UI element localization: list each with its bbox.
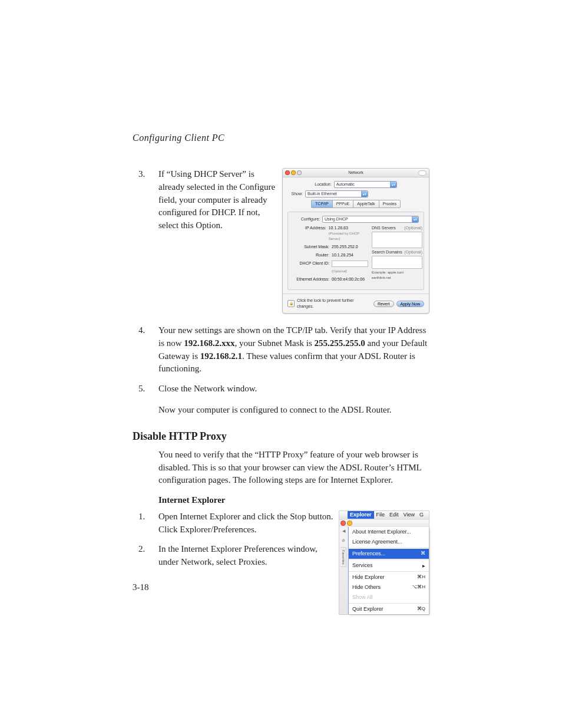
- menu-item-hide-explorer[interactable]: Hide Explorer ⌘H: [349, 572, 429, 582]
- chevron-updown-icon: ▴▾: [361, 191, 368, 197]
- menu-item-services[interactable]: Services: [349, 561, 429, 571]
- router-value: 10.1.28.254: [332, 252, 353, 258]
- explorer-menu-figure: Explorer File Edit View G ◀ ⊘: [339, 510, 429, 615]
- stop-icon[interactable]: ⊘: [342, 538, 345, 543]
- dns-servers-input[interactable]: [372, 232, 422, 248]
- tab-appletalk[interactable]: AppleTalk: [353, 200, 378, 208]
- step-number: 2.: [133, 543, 158, 569]
- step-list-a: 3. If “Using DHCP Server” is already sel…: [133, 168, 277, 232]
- subsection-heading: Internet Explorer: [158, 494, 429, 507]
- ethaddr-value: 00:50:e4:00:2c:06: [332, 276, 365, 282]
- chevron-right-icon: [422, 562, 425, 569]
- step-number: 1.: [133, 510, 158, 536]
- menu-file[interactable]: File: [374, 511, 388, 519]
- example-label: Example:: [372, 271, 386, 274]
- ip-value: 10.1.28.83: [329, 226, 348, 230]
- clientid-input[interactable]: [332, 261, 368, 267]
- ethaddr-label: Ethernet Address:: [293, 276, 329, 282]
- menu-item-license[interactable]: License Agreement...: [349, 537, 429, 547]
- clientid-label: DHCP Client ID:: [293, 261, 329, 266]
- menu-explorer[interactable]: Explorer: [348, 511, 374, 519]
- location-label: Location:: [315, 182, 331, 187]
- search-optional: (Optional): [404, 249, 422, 255]
- clientid-note: (Optional): [332, 269, 368, 274]
- chevron-updown-icon: ▴▾: [390, 182, 396, 187]
- menu-view[interactable]: View: [401, 511, 417, 519]
- revert-button[interactable]: Revert: [373, 301, 394, 307]
- location-value: Automatic: [336, 182, 355, 187]
- window-title: Network: [283, 170, 429, 176]
- router-label: Router:: [293, 252, 329, 258]
- step-list-b: 4. Your new settings are shown on the TC…: [133, 324, 429, 396]
- tab-pppoe[interactable]: PPPoE: [332, 200, 353, 208]
- tcpip-tab-content: Configure: Using DHCP ▴▾ IP Address:: [287, 212, 424, 290]
- show-label: Show:: [287, 191, 303, 197]
- show-value: Built-in Ethernet: [308, 191, 337, 197]
- step-5: 5. Close the Network window.: [133, 383, 429, 396]
- configure-select[interactable]: Using DHCP ▴▾: [322, 216, 419, 223]
- tab-bar: TCP/IP PPPoE AppleTalk Proxies: [287, 200, 424, 208]
- closing-paragraph: Now your computer is configured to conne…: [158, 404, 429, 417]
- step-3: 3. If “Using DHCP Server” is already sel…: [133, 168, 277, 232]
- menu-item-preferences[interactable]: Preferences... ⌘: [349, 549, 429, 559]
- back-icon[interactable]: ◀: [342, 528, 345, 534]
- tab-tcpip[interactable]: TCP/IP: [311, 200, 332, 208]
- favorites-tab[interactable]: Favorites: [340, 547, 346, 567]
- step-number: 5.: [133, 383, 158, 396]
- step-number: 3.: [133, 168, 158, 232]
- step-number: 4.: [133, 324, 158, 375]
- menu-separator: [349, 548, 429, 548]
- menu-separator: [349, 571, 429, 572]
- dns-label: DNS Servers: [372, 225, 396, 231]
- chevron-updown-icon: ▴▾: [412, 216, 418, 222]
- section-heading: Disable HTTP Proxy: [133, 429, 429, 444]
- step-list-c: 1. Open Internet Explorer and click the …: [133, 510, 334, 569]
- step-c1: 1. Open Internet Explorer and click the …: [133, 510, 334, 536]
- running-header: Configuring Client PC: [133, 133, 429, 143]
- step-text: Close the Network window.: [158, 383, 429, 396]
- menu-edit[interactable]: Edit: [387, 511, 401, 519]
- step-text: If “Using DHCP Server” is already select…: [158, 168, 277, 232]
- tab-proxies[interactable]: Proxies: [379, 200, 401, 208]
- dns-optional: (Optional): [404, 225, 422, 231]
- ip-note: (Provided by DHCP Server): [329, 231, 368, 241]
- network-prefs-window: Network Location: Automatic ▴▾ Show:: [282, 168, 429, 314]
- apply-now-button[interactable]: Apply Now: [396, 301, 424, 307]
- show-select[interactable]: Built-in Ethernet ▴▾: [305, 190, 368, 197]
- step-c2: 2. In the Internet Explorer Preferences …: [133, 543, 334, 569]
- menu-item-about[interactable]: About Internet Explorer...: [349, 527, 429, 537]
- document-page: Configuring Client PC 3. If “Using DHCP …: [0, 0, 562, 728]
- configure-label: Configure:: [293, 216, 320, 222]
- window-titlebar: Network: [283, 169, 429, 177]
- subnet-value: 255.255.252.0: [332, 244, 358, 250]
- location-select[interactable]: Automatic ▴▾: [334, 181, 397, 188]
- page-number: 3-18: [133, 582, 149, 592]
- browser-sidebar: ◀ ⊘ Favorites: [339, 527, 348, 614]
- menu-separator: [349, 603, 429, 604]
- ip-label: IP Address:: [293, 225, 326, 231]
- search-domains-input[interactable]: [372, 256, 422, 269]
- step-text: Your new settings are shown on the TCP/I…: [158, 324, 429, 375]
- explorer-dropdown: About Internet Explorer... License Agree…: [348, 527, 429, 614]
- configure-value: Using DHCP: [325, 216, 348, 222]
- minimize-icon[interactable]: [347, 521, 352, 526]
- step-4: 4. Your new settings are shown on the TC…: [133, 324, 429, 375]
- menu-item-hide-others[interactable]: Hide Others ⌥⌘H: [349, 582, 429, 592]
- toolbar-toggle-icon[interactable]: [418, 170, 427, 176]
- menubar: Explorer File Edit View G: [339, 511, 429, 519]
- lock-message: Click the lock to prevent further change…: [297, 298, 371, 309]
- menu-item-show-all: Show All: [349, 592, 429, 602]
- step-text: Open Internet Explorer and click the Sto…: [158, 510, 334, 536]
- menu-go[interactable]: G: [417, 511, 426, 519]
- menu-separator: [349, 559, 429, 560]
- close-icon[interactable]: [340, 521, 346, 526]
- search-domains-label: Search Domains: [372, 249, 402, 255]
- subnet-label: Subnet Mask:: [293, 244, 329, 250]
- intro-paragraph: You need to verify that the “HTTP Proxy”…: [158, 449, 429, 487]
- step-text: In the Internet Explorer Preferences win…: [158, 543, 334, 569]
- browser-toolbar: [339, 519, 429, 527]
- page-content: 3. If “Using DHCP Server” is already sel…: [133, 168, 429, 615]
- menu-item-quit[interactable]: Quit Explorer ⌘Q: [349, 604, 429, 614]
- lock-icon[interactable]: 🔒: [287, 300, 295, 307]
